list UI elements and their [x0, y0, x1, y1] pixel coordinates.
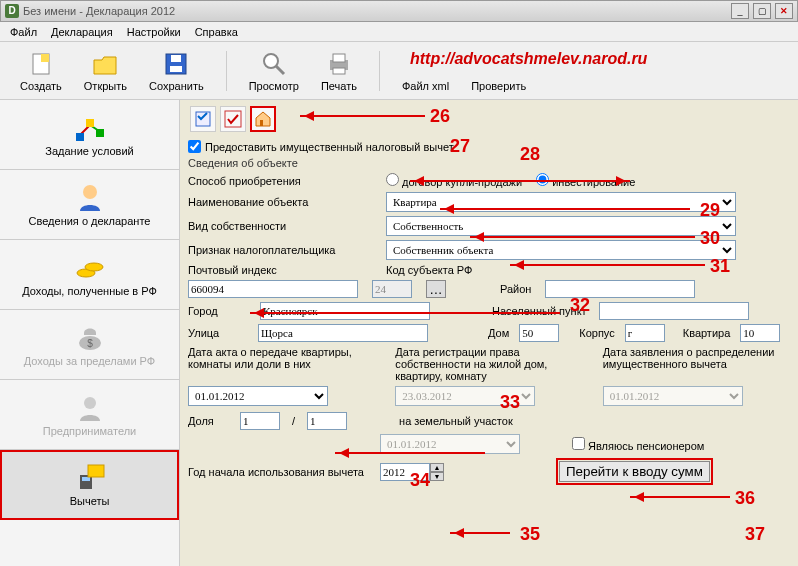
locality-input[interactable]: [599, 302, 749, 320]
menu-declaration[interactable]: Декларация: [51, 26, 113, 38]
sidebar: Задание условий Сведения о декларанте До…: [0, 100, 180, 566]
city-label: Город: [188, 305, 248, 317]
sidebar-item-conditions[interactable]: Задание условий: [0, 100, 179, 170]
svg-rect-13: [86, 119, 94, 127]
share-numerator[interactable]: [240, 412, 280, 430]
app-icon: D: [5, 4, 19, 18]
toolbar-print[interactable]: Печать: [321, 50, 357, 92]
object-name-select[interactable]: Квартира: [386, 192, 736, 212]
goto-sums-button[interactable]: Перейти к вводу сумм: [559, 461, 710, 482]
building-input[interactable]: [625, 324, 665, 342]
minimize-button[interactable]: _: [731, 3, 749, 19]
svg-rect-12: [76, 133, 84, 141]
year-label: Год начала использования вычета: [188, 466, 368, 478]
sidebar-item-income-rf[interactable]: Доходы, полученные в РФ: [0, 240, 179, 310]
watermark-url: http://advocatshmelev.narod.ru: [410, 50, 647, 68]
save-icon: [162, 50, 190, 78]
svg-rect-8: [333, 54, 345, 62]
acquisition-method-label: Способ приобретения: [188, 175, 378, 187]
radio-contract-wrap[interactable]: договор купли-продажи: [386, 173, 522, 188]
deductions-icon: [74, 463, 106, 491]
city-input[interactable]: [260, 302, 430, 320]
svg-point-17: [85, 263, 103, 271]
taxpayer-select[interactable]: Собственник объекта: [386, 240, 736, 260]
region-code-label: Код субъекта РФ: [386, 264, 472, 276]
postcode-input[interactable]: [188, 280, 358, 298]
print-icon: [325, 50, 353, 78]
toolbar-preview[interactable]: Просмотр: [249, 50, 299, 92]
sidebar-item-entrepreneur[interactable]: Предприниматели: [0, 380, 179, 450]
sidebar-item-declarant[interactable]: Сведения о декларанте: [0, 170, 179, 240]
year-up[interactable]: ▲: [430, 463, 444, 472]
person-icon: [74, 183, 106, 211]
svg-rect-23: [88, 465, 104, 477]
svg-rect-22: [82, 477, 90, 481]
toolbar-separator: [226, 51, 227, 91]
year-input[interactable]: [380, 463, 430, 481]
ownership-select[interactable]: Собственность: [386, 216, 736, 236]
street-label: Улица: [188, 327, 248, 339]
svg-rect-3: [170, 66, 182, 72]
sidebar-label: Доходы, полученные в РФ: [22, 285, 157, 297]
toolbar-save[interactable]: Сохранить: [149, 50, 204, 92]
toolbar-open[interactable]: Открыть: [84, 50, 127, 92]
subtab-social[interactable]: [220, 106, 246, 132]
svg-rect-4: [171, 55, 181, 62]
street-input[interactable]: [258, 324, 428, 342]
region-code-lookup-button[interactable]: …: [426, 280, 446, 298]
sidebar-label: Сведения о декларанте: [29, 215, 151, 227]
subtab-standard[interactable]: [190, 106, 216, 132]
svg-rect-14: [96, 129, 104, 137]
anno-35: 35: [520, 524, 540, 545]
region-code-input[interactable]: [372, 280, 412, 298]
flat-input[interactable]: [740, 324, 780, 342]
radio-invest-wrap[interactable]: инвестирование: [536, 173, 635, 188]
share-denominator[interactable]: [307, 412, 347, 430]
anno-37: 37: [745, 524, 765, 545]
radio-invest[interactable]: [536, 173, 549, 186]
year-down[interactable]: ▼: [430, 472, 444, 481]
radio-contract[interactable]: [386, 173, 399, 186]
svg-text:$: $: [87, 338, 93, 349]
building-label: Корпус: [579, 327, 614, 339]
toolbar-separator: [379, 51, 380, 91]
date-act-input[interactable]: 01.01.2012: [188, 386, 328, 406]
svg-point-5: [264, 54, 278, 68]
provide-deduction-label: Предоставить имущественный налоговый выч…: [205, 141, 454, 153]
postcode-label: Почтовый индекс: [188, 264, 378, 276]
district-input[interactable]: [545, 280, 695, 298]
menu-help[interactable]: Справка: [195, 26, 238, 38]
menu-file[interactable]: Файл: [10, 26, 37, 38]
svg-rect-25: [225, 111, 241, 127]
menu-settings[interactable]: Настройки: [127, 26, 181, 38]
date-app-label: Дата заявления о распределении имуществе…: [603, 346, 790, 382]
magnify-icon: [260, 50, 288, 78]
provide-deduction-checkbox[interactable]: [188, 140, 201, 153]
anno-36: 36: [735, 488, 755, 509]
close-button[interactable]: ✕: [775, 3, 793, 19]
pensioner-label: Являюсь пенсионером: [588, 440, 704, 452]
sidebar-label: Задание условий: [45, 145, 133, 157]
house-label: Дом: [488, 327, 509, 339]
pensioner-checkbox[interactable]: [572, 437, 585, 450]
subtab-property[interactable]: [250, 106, 276, 132]
share-label: Доля: [188, 415, 228, 427]
date-act-label: Дата акта о передаче квартиры, комнаты и…: [188, 346, 375, 382]
sidebar-item-deductions[interactable]: Вычеты: [0, 450, 179, 520]
maximize-button[interactable]: ▢: [753, 3, 771, 19]
svg-rect-1: [41, 54, 49, 62]
sidebar-label: Предприниматели: [43, 425, 136, 437]
land-date-input: 01.01.2012: [380, 434, 520, 454]
titlebar: D Без имени - Декларация 2012 _ ▢ ✕: [0, 0, 798, 22]
entrepreneur-icon: [74, 393, 106, 421]
toolbar-create[interactable]: Создать: [20, 50, 62, 92]
arrow-36: [630, 496, 730, 498]
bag-icon: $: [74, 323, 106, 351]
sidebar-item-income-abroad[interactable]: $ Доходы за пределами РФ: [0, 310, 179, 380]
arrow-35: [450, 532, 510, 534]
new-icon: [27, 50, 55, 78]
open-icon: [91, 50, 119, 78]
date-app-input: 01.01.2012: [603, 386, 743, 406]
house-input[interactable]: [519, 324, 559, 342]
object-name-label: Наименование объекта: [188, 196, 378, 208]
